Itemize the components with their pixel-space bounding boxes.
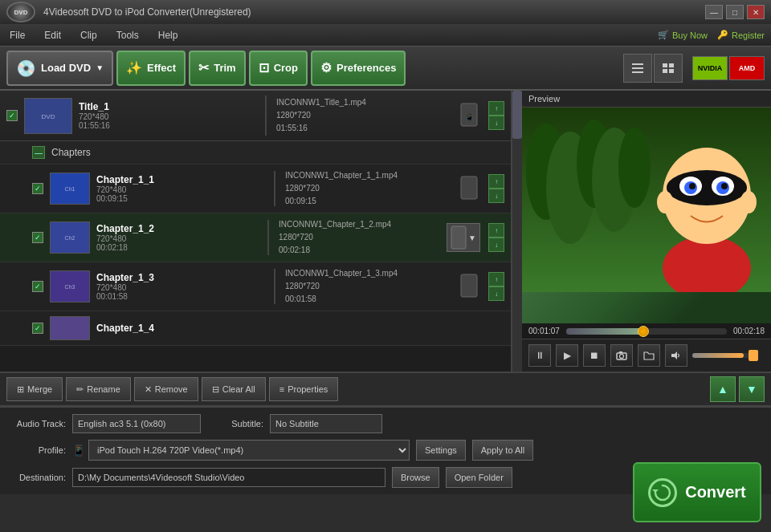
stop-button[interactable]: ⏹ — [583, 344, 606, 367]
nvidia-badge: NVIDIA — [692, 56, 728, 80]
progress-thumb[interactable] — [638, 326, 649, 337]
chapter1-arrow-up[interactable]: ↑ — [488, 174, 504, 189]
preferences-button[interactable]: ⚙ Preferences — [311, 51, 406, 86]
profile-select[interactable]: iPod Touch H.264 720P Video(*.mp4) — [88, 440, 410, 461]
subtitle-select[interactable]: No Subtitle — [270, 414, 382, 433]
snapshot-button[interactable] — [610, 344, 633, 367]
chapter1-checkbox[interactable]: ✓ — [32, 183, 43, 194]
chapter4-checkbox[interactable]: ✓ — [32, 323, 43, 334]
pause-button[interactable]: ⏸ — [528, 344, 551, 367]
menu-file[interactable]: File — [6, 28, 28, 43]
remove-icon: ✕ — [145, 384, 152, 395]
svg-marker-41 — [671, 351, 677, 359]
minimize-button[interactable]: — — [705, 5, 723, 19]
title-name: Title_1 — [79, 101, 255, 112]
audio-track-select-wrapper: English ac3 5.1 (0x80) — [72, 414, 201, 433]
rename-button[interactable]: ✏ Rename — [66, 377, 131, 401]
dvd-logo: DVD — [6, 2, 35, 22]
chapter1-arrow-down[interactable]: ↓ — [488, 189, 504, 203]
volume-track[interactable] — [692, 353, 757, 358]
clear-all-button[interactable]: ⊟ Clear All — [202, 377, 266, 401]
load-dvd-button[interactable]: 💿 Load DVD ▼ — [6, 51, 113, 86]
convert-area: Convert — [633, 462, 761, 522]
move-up-button[interactable]: ▲ — [710, 376, 736, 402]
chapter1-arrows: ↑ ↓ — [488, 174, 504, 203]
dropdown-arrow-icon: ▼ — [96, 63, 104, 72]
preview-label: Preview — [522, 91, 771, 108]
chapter2-checkbox[interactable]: ✓ — [32, 232, 43, 243]
chapter2-arrow-down[interactable]: ↓ — [488, 238, 504, 252]
chapter-row: ✓ Chapter_1_4 — [0, 311, 511, 346]
chapter2-thumbnail: Ch2 — [50, 221, 90, 254]
chapter1-format — [459, 175, 479, 203]
close-button[interactable]: ✕ — [747, 5, 765, 19]
crop-button[interactable]: ⊡ Crop — [249, 51, 308, 86]
svg-rect-2 — [632, 71, 643, 73]
grid-view-icon — [661, 62, 675, 75]
merge-button[interactable]: ⊞ Merge — [6, 377, 63, 401]
menu-clip[interactable]: Clip — [77, 28, 100, 43]
chapters-expand-button[interactable]: — — [32, 146, 45, 159]
merge-icon: ⊞ — [17, 384, 24, 395]
svg-rect-3 — [663, 63, 667, 67]
menu-edit[interactable]: Edit — [41, 28, 64, 43]
volume-thumb[interactable] — [749, 350, 758, 361]
apply-to-all-button[interactable]: Apply to All — [472, 440, 533, 461]
properties-button[interactable]: ≡ Properties — [269, 377, 339, 401]
list-view-button[interactable] — [623, 54, 652, 83]
chapter3-arrow-down[interactable]: ↓ — [488, 286, 504, 301]
move-down-button[interactable]: ▼ — [739, 376, 765, 402]
volume-fill — [692, 353, 744, 358]
open-folder-playback-button[interactable] — [638, 344, 660, 367]
chapter3-thumbnail: Ch3 — [50, 270, 90, 303]
chapter3-checkbox[interactable]: ✓ — [32, 281, 43, 292]
menu-items: File Edit Clip Tools Help — [6, 28, 658, 43]
volume-button[interactable] — [665, 344, 687, 367]
destination-input[interactable] — [72, 468, 386, 487]
svg-point-29 — [667, 170, 747, 205]
grid-view-button[interactable] — [654, 54, 683, 83]
chapter2-format[interactable]: ▼ — [447, 223, 480, 252]
profile-select-wrapper: 📱 iPod Touch H.264 720P Video(*.mp4) — [72, 440, 410, 461]
scroll-thumb[interactable] — [512, 91, 522, 139]
title-arrow-up[interactable]: ↑ — [488, 101, 504, 116]
convert-button[interactable]: Convert — [633, 462, 761, 522]
chapter2-arrow-up[interactable]: ↑ — [488, 223, 504, 238]
browse-button[interactable]: Browse — [392, 467, 439, 488]
toolbar: 💿 Load DVD ▼ ✨ Effect ✂ Trim ⊡ Crop ⚙ Pr… — [0, 47, 771, 91]
svg-rect-6 — [669, 69, 674, 73]
chapter3-output: INCONNW1_Chapter_1_3.mp4 1280*720 00:01:… — [285, 267, 453, 306]
maximize-button[interactable]: □ — [726, 5, 744, 19]
preview-bg — [522, 108, 771, 292]
profile-label: Profile: — [10, 445, 66, 455]
progress-track[interactable] — [566, 328, 727, 335]
remove-button[interactable]: ✕ Remove — [134, 377, 198, 401]
title-duration: 01:55:16 — [79, 121, 255, 130]
audio-track-select[interactable]: English ac3 5.1 (0x80) — [72, 414, 201, 433]
subtitle-label: Subtitle: — [207, 419, 263, 428]
progress-bar-area: 00:01:07 00:02:18 — [522, 323, 771, 339]
title-checkbox[interactable]: ✓ — [6, 110, 18, 121]
trim-button[interactable]: ✂ Trim — [189, 51, 245, 86]
audio-subtitle-row: Audio Track: English ac3 5.1 (0x80) Subt… — [10, 414, 761, 433]
title-arrow-down[interactable]: ↓ — [488, 116, 504, 130]
amd-badge: AMD — [729, 56, 765, 80]
buy-now-link[interactable]: 🛒 Buy Now — [658, 30, 708, 40]
title-format-btn: 📱 — [459, 102, 479, 130]
file-list-scrollbar[interactable] — [512, 91, 522, 372]
register-link[interactable]: 🔑 Register — [717, 30, 765, 40]
camera-icon — [616, 351, 627, 360]
chapter3-arrow-up[interactable]: ↑ — [488, 272, 504, 286]
effect-button[interactable]: ✨ Effect — [116, 51, 186, 86]
menu-tools[interactable]: Tools — [113, 28, 142, 43]
title-bar: DVD 4Videosoft DVD to iPod Converter(Unr… — [0, 0, 771, 24]
play-button[interactable]: ▶ — [556, 344, 578, 367]
open-folder-button[interactable]: Open Folder — [446, 467, 512, 488]
menu-help[interactable]: Help — [155, 28, 182, 43]
main-content: ✓ DVD Title_1 720*480 01:55:16 INCONNW1_… — [0, 91, 771, 372]
settings-button[interactable]: Settings — [416, 440, 466, 461]
menu-bar: File Edit Clip Tools Help 🛒 Buy Now 🔑 Re… — [0, 24, 771, 47]
gpu-badges: NVIDIA AMD — [692, 56, 765, 80]
folder-icon — [643, 351, 655, 360]
chapter3-arrows: ↑ ↓ — [488, 272, 504, 301]
